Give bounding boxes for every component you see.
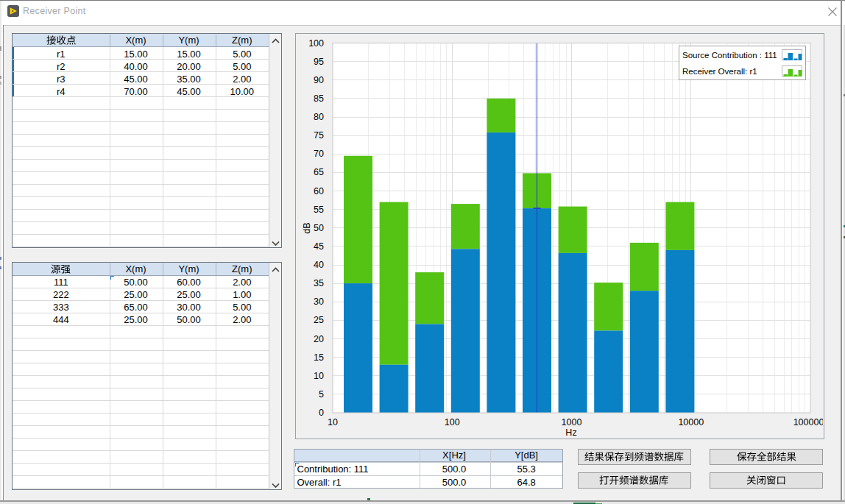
svg-text:45: 45 <box>314 241 324 252</box>
svg-text:100: 100 <box>445 417 460 427</box>
svg-text:70: 70 <box>314 149 324 159</box>
svg-text:85: 85 <box>314 93 324 104</box>
svg-text:dB: dB <box>302 222 312 233</box>
svg-text:40: 40 <box>314 260 324 270</box>
svg-text:15: 15 <box>314 352 324 363</box>
svg-text:35: 35 <box>314 278 324 288</box>
svg-text:50: 50 <box>314 223 324 233</box>
svg-text:25: 25 <box>314 315 324 325</box>
svg-text:75: 75 <box>314 130 324 141</box>
svg-text:1000: 1000 <box>562 417 582 427</box>
svg-text:100: 100 <box>308 38 324 49</box>
svg-text:5: 5 <box>319 389 324 400</box>
svg-text:80: 80 <box>314 112 324 122</box>
svg-text:90: 90 <box>314 75 324 85</box>
svg-text:100000: 100000 <box>793 417 823 427</box>
svg-text:95: 95 <box>314 57 324 67</box>
svg-text:10: 10 <box>328 417 338 427</box>
svg-text:60: 60 <box>314 186 324 196</box>
svg-text:30: 30 <box>314 297 324 307</box>
svg-text:10: 10 <box>314 371 324 381</box>
svg-text:20: 20 <box>314 334 324 344</box>
svg-text:65: 65 <box>314 167 324 177</box>
svg-text:55: 55 <box>314 205 324 215</box>
svg-text:Hz: Hz <box>565 427 576 438</box>
svg-text:10000: 10000 <box>678 417 704 427</box>
svg-text:0: 0 <box>319 408 324 418</box>
